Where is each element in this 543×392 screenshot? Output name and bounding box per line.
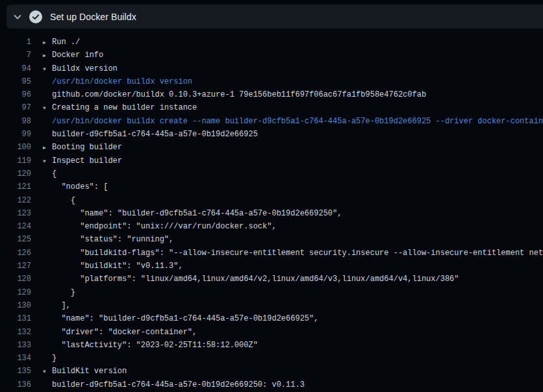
line-number[interactable]: 126 — [0, 247, 31, 260]
line-number[interactable]: 1 — [0, 36, 31, 49]
line-number[interactable]: 119 — [0, 154, 31, 167]
log-group-row[interactable]: 7▶Docker info — [0, 49, 543, 62]
line-number[interactable]: 131 — [0, 312, 31, 325]
log-line-row: 129 } — [0, 286, 543, 299]
group-toggle-collapsed-icon[interactable]: ▶ — [43, 36, 52, 49]
line-number[interactable]: 122 — [0, 194, 31, 207]
group-toggle-collapsed-icon[interactable]: ▶ — [43, 141, 52, 154]
line-number[interactable]: 125 — [0, 233, 31, 246]
log-line-row: 122 { — [0, 194, 543, 207]
log-line-row: 130 ], — [0, 299, 543, 312]
log-group-title: Creating a new builder instance — [52, 101, 197, 114]
log-line-row: 133 "lastActivity": "2023-02-25T11:58:12… — [0, 339, 543, 352]
line-number[interactable]: 136 — [0, 378, 31, 391]
log-group-row[interactable]: 97▼Creating a new builder instance — [0, 101, 543, 114]
log-line-row: 121 "nodes": [ — [0, 180, 543, 193]
line-number[interactable]: 127 — [0, 260, 31, 273]
log-line-row: 131 "name": "builder-d9cfb5a1-c764-445a-… — [0, 312, 543, 325]
log-group-row[interactable]: 100▶Booting builder — [0, 141, 543, 154]
line-number[interactable]: 99 — [0, 128, 31, 141]
log-line-row: 134} — [0, 352, 543, 365]
line-number[interactable]: 129 — [0, 286, 31, 299]
check-circle-icon — [29, 10, 42, 23]
line-number[interactable]: 133 — [0, 339, 31, 352]
log-text: "nodes": [ — [52, 180, 108, 193]
line-number[interactable]: 97 — [0, 101, 31, 114]
line-number[interactable]: 132 — [0, 326, 31, 339]
line-number[interactable]: 121 — [0, 180, 31, 193]
log-text: "name": "builder-d9cfb5a1-c764-445a-a57e… — [52, 312, 318, 325]
log-text: "endpoint": "unix:///var/run/docker.sock… — [52, 220, 277, 233]
log-output: 1▶Run ./7▶Docker info94▼Buildx version95… — [0, 29, 543, 392]
log-text: "status": "running", — [52, 233, 173, 246]
line-number[interactable]: 128 — [0, 273, 31, 286]
log-group-title: Inspect builder — [52, 154, 122, 167]
line-number[interactable]: 100 — [0, 141, 31, 154]
log-text: builder-d9cfb5a1-c764-445a-a57e-0b19d2e6… — [52, 128, 258, 141]
log-text: "buildkit": "v0.11.3", — [52, 260, 183, 273]
log-line-row: 127 "buildkit": "v0.11.3", — [0, 260, 543, 273]
line-number[interactable]: 130 — [0, 299, 31, 312]
log-line-row: 125 "status": "running", — [0, 233, 543, 246]
line-number[interactable]: 120 — [0, 167, 31, 180]
log-group-row[interactable]: 135▼BuildKit version — [0, 365, 543, 378]
log-text: "lastActivity": "2023-02-25T11:58:12.000… — [52, 339, 258, 352]
line-number[interactable]: 94 — [0, 62, 31, 75]
log-line-row: 124 "endpoint": "unix:///var/run/docker.… — [0, 220, 543, 233]
log-line-row: 136builder-d9cfb5a1-c764-445a-a57e-0b19d… — [0, 378, 543, 391]
step-header[interactable]: Set up Docker Buildx — [6, 5, 543, 29]
log-line-row: 96github.com/docker/buildx 0.10.3+azure-… — [0, 88, 543, 101]
line-number[interactable]: 135 — [0, 365, 31, 378]
log-text: builder-d9cfb5a1-c764-445a-a57e-0b19d2e6… — [52, 378, 305, 391]
log-group-title: Docker info — [52, 49, 103, 62]
log-group-row[interactable]: 1▶Run ./ — [0, 36, 543, 49]
log-text: "buildkitd-flags": "--allow-insecure-ent… — [52, 247, 543, 260]
log-text: ], — [52, 299, 71, 312]
log-line-row: 126 "buildkitd-flags": "--allow-insecure… — [0, 247, 543, 260]
log-group-title: Run ./ — [52, 36, 80, 49]
line-number[interactable]: 134 — [0, 352, 31, 365]
log-line-row: 132 "driver": "docker-container", — [0, 326, 543, 339]
line-number[interactable]: 98 — [0, 115, 31, 128]
log-text: { — [52, 194, 75, 207]
group-toggle-expanded-icon[interactable]: ▼ — [43, 63, 52, 75]
log-line-row: 128 "platforms": "linux/amd64,linux/amd6… — [0, 273, 543, 286]
log-text: } — [52, 286, 75, 299]
line-number[interactable]: 95 — [0, 75, 31, 88]
group-toggle-collapsed-icon[interactable]: ▶ — [43, 49, 52, 62]
log-text: "name": "builder-d9cfb5a1-c764-445a-a57e… — [52, 207, 342, 220]
log-line-row: 120{ — [0, 167, 543, 180]
group-toggle-expanded-icon[interactable]: ▼ — [43, 155, 52, 167]
log-line-row: 98/usr/bin/docker buildx create --name b… — [0, 115, 543, 128]
line-number[interactable]: 7 — [0, 49, 31, 62]
group-toggle-expanded-icon[interactable]: ▼ — [43, 102, 52, 114]
log-text: /usr/bin/docker buildx version — [52, 75, 192, 88]
log-group-title: BuildKit version — [52, 365, 127, 378]
log-group-title: Booting builder — [52, 141, 122, 154]
log-text: /usr/bin/docker buildx create --name bui… — [52, 115, 543, 128]
log-text: "driver": "docker-container", — [52, 326, 197, 339]
log-line-row: 99builder-d9cfb5a1-c764-445a-a57e-0b19d2… — [0, 128, 543, 141]
log-group-title: Buildx version — [52, 62, 118, 75]
group-toggle-expanded-icon[interactable]: ▼ — [43, 365, 52, 378]
log-line-row: 123 "name": "builder-d9cfb5a1-c764-445a-… — [0, 207, 543, 220]
line-number[interactable]: 124 — [0, 220, 31, 233]
log-text: { — [52, 167, 57, 180]
step-title: Set up Docker Buildx — [50, 12, 136, 22]
line-number[interactable]: 123 — [0, 207, 31, 220]
log-group-row[interactable]: 119▼Inspect builder — [0, 154, 543, 167]
log-line-row: 95/usr/bin/docker buildx version — [0, 75, 543, 88]
log-text: } — [52, 352, 57, 365]
log-text: github.com/docker/buildx 0.10.3+azure-1 … — [52, 88, 426, 101]
log-text: "platforms": "linux/amd64,linux/amd64/v2… — [52, 273, 459, 286]
log-group-row[interactable]: 94▼Buildx version — [0, 62, 543, 75]
chevron-down-icon[interactable] — [12, 12, 23, 22]
line-number[interactable]: 96 — [0, 88, 31, 101]
